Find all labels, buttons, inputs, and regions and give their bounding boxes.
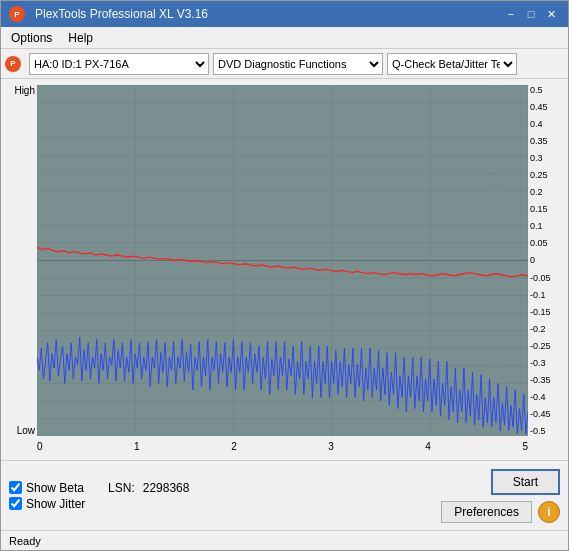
menu-bar: Options Help (1, 27, 568, 49)
show-jitter-label: Show Jitter (26, 497, 85, 511)
toolbar-icon: P (5, 56, 21, 72)
toolbar: P HA:0 ID:1 PX-716A DVD Diagnostic Funct… (1, 49, 568, 79)
app-icon: P (9, 6, 25, 22)
menu-options[interactable]: Options (5, 29, 58, 47)
window-title: PlexTools Professional XL V3.16 (35, 7, 208, 21)
chart-bottom-labels: 0 1 2 3 4 5 (37, 436, 528, 456)
show-jitter-checkbox[interactable] (9, 497, 22, 510)
function-select[interactable]: DVD Diagnostic Functions (213, 53, 383, 75)
show-beta-label: Show Beta (26, 481, 84, 495)
chart-left-labels: High Low (9, 85, 37, 436)
chart-svg-wrapper (37, 85, 528, 436)
show-beta-row: Show Beta LSN: 2298368 (9, 481, 441, 495)
minimize-button[interactable]: − (502, 5, 520, 23)
start-button[interactable]: Start (491, 469, 560, 495)
status-bar: Ready (1, 530, 568, 550)
chart-container: High Low 0.5 0.45 0.4 0.35 0.3 0.25 0.2 … (9, 85, 560, 456)
lsn-label: LSN: (108, 481, 135, 495)
show-beta-checkbox[interactable] (9, 481, 22, 494)
bottom-right: Start Preferences i (441, 469, 560, 523)
chart-right-labels: 0.5 0.45 0.4 0.35 0.3 0.25 0.2 0.15 0.1 … (528, 85, 560, 436)
close-button[interactable]: ✕ (542, 5, 560, 23)
label-low: Low (17, 425, 35, 436)
maximize-button[interactable]: □ (522, 5, 540, 23)
title-bar: P PlexTools Professional XL V3.16 − □ ✕ (1, 1, 568, 27)
lsn-value: 2298368 (143, 481, 190, 495)
preferences-button[interactable]: Preferences (441, 501, 532, 523)
chart-svg (37, 85, 528, 436)
bottom-bar: Show Beta LSN: 2298368 Show Jitter Start… (1, 460, 568, 530)
test-select[interactable]: Q-Check Beta/Jitter Test (387, 53, 517, 75)
main-window: P PlexTools Professional XL V3.16 − □ ✕ … (0, 0, 569, 551)
info-button[interactable]: i (538, 501, 560, 523)
bottom-row2: Preferences i (441, 501, 560, 523)
chart-area: High Low 0.5 0.45 0.4 0.35 0.3 0.25 0.2 … (1, 79, 568, 460)
title-bar-left: P PlexTools Professional XL V3.16 (9, 6, 208, 22)
bottom-left: Show Beta LSN: 2298368 Show Jitter (9, 481, 441, 511)
title-bar-controls: − □ ✕ (502, 5, 560, 23)
menu-help[interactable]: Help (62, 29, 99, 47)
drive-select[interactable]: HA:0 ID:1 PX-716A (29, 53, 209, 75)
show-jitter-row: Show Jitter (9, 497, 441, 511)
label-high: High (14, 85, 35, 96)
status-text: Ready (9, 535, 41, 547)
